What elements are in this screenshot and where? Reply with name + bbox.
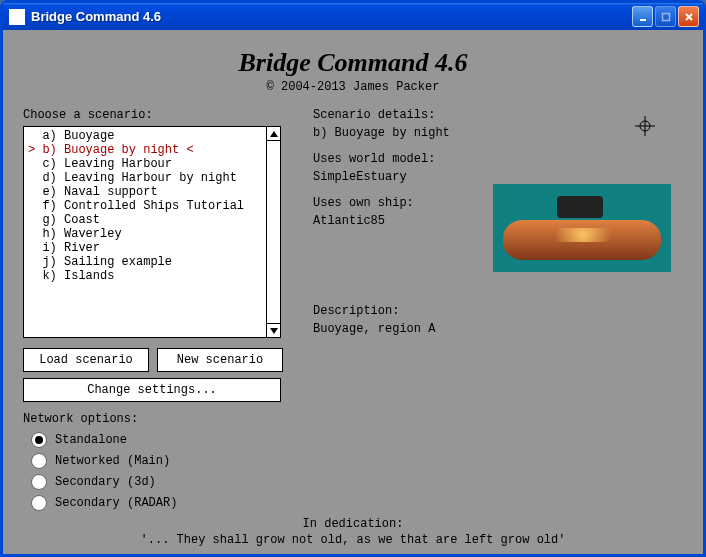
svg-rect-1 — [662, 13, 669, 20]
scenario-item[interactable]: > b) Buoyage by night < — [28, 143, 262, 157]
scenario-item[interactable]: j) Sailing example — [28, 255, 262, 269]
dedication-title: In dedication: — [3, 516, 703, 532]
radio-icon[interactable] — [31, 432, 47, 448]
maximize-button[interactable] — [655, 6, 676, 27]
scenario-name-value: b) Buoyage by night — [313, 126, 683, 140]
copyright: © 2004-2013 James Packer — [23, 80, 683, 94]
network-option-label: Secondary (3d) — [55, 475, 156, 489]
network-option-label: Secondary (RADAR) — [55, 496, 177, 510]
titlebar[interactable]: Bridge Command 4.6 — [3, 3, 703, 30]
scenario-item[interactable]: e) Naval support — [28, 185, 262, 199]
radio-icon[interactable] — [31, 495, 47, 511]
scenario-item[interactable]: h) Waverley — [28, 227, 262, 241]
scenario-item[interactable]: d) Leaving Harbour by night — [28, 171, 262, 185]
scroll-up-button[interactable] — [267, 127, 280, 141]
scenario-item[interactable]: g) Coast — [28, 213, 262, 227]
network-option-label: Networked (Main) — [55, 454, 170, 468]
scenario-item[interactable]: f) Controlled Ships Tutorial — [28, 199, 262, 213]
app-title: Bridge Command 4.6 — [23, 48, 683, 78]
scrollbar[interactable] — [266, 127, 280, 337]
svg-marker-4 — [270, 131, 278, 137]
world-model-label: Uses world model: — [313, 152, 683, 166]
network-option[interactable]: Secondary (3d) — [31, 472, 283, 491]
scenario-item[interactable]: c) Leaving Harbour — [28, 157, 262, 171]
ship-preview-image — [493, 184, 671, 272]
radio-icon[interactable] — [31, 474, 47, 490]
world-model-value: SimpleEstuary — [313, 170, 683, 184]
client-area: Bridge Command 4.6 © 2004-2013 James Pac… — [3, 30, 703, 554]
new-scenario-button[interactable]: New scenario — [157, 348, 283, 372]
close-button[interactable] — [678, 6, 699, 27]
load-scenario-button[interactable]: Load scenario — [23, 348, 149, 372]
scenario-item[interactable]: i) River — [28, 241, 262, 255]
network-option[interactable]: Standalone — [31, 430, 283, 449]
svg-marker-5 — [270, 328, 278, 334]
dedication-quote: '... They shall grow not old, as we that… — [3, 532, 703, 548]
scenario-item[interactable]: k) Islands — [28, 269, 262, 283]
app-window: Bridge Command 4.6 Bridge Command 4.6 © … — [0, 0, 706, 557]
scenario-details-label: Scenario details: — [313, 108, 683, 122]
network-options-label: Network options: — [23, 412, 283, 426]
window-title: Bridge Command 4.6 — [31, 9, 632, 24]
crosshair-icon — [635, 116, 655, 136]
description-value: Buoyage, region A — [313, 322, 683, 336]
app-icon — [9, 9, 25, 25]
network-option[interactable]: Secondary (RADAR) — [31, 493, 283, 512]
network-option-label: Standalone — [55, 433, 127, 447]
description-label: Description: — [313, 304, 683, 318]
network-option[interactable]: Networked (Main) — [31, 451, 283, 470]
scenario-item[interactable]: a) Buoyage — [28, 129, 262, 143]
scenario-listbox[interactable]: a) Buoyage> b) Buoyage by night < c) Lea… — [23, 126, 281, 338]
minimize-button[interactable] — [632, 6, 653, 27]
dedication: In dedication: '... They shall grow not … — [3, 516, 703, 548]
scroll-track[interactable] — [267, 141, 280, 323]
scroll-down-button[interactable] — [267, 323, 280, 337]
change-settings-button[interactable]: Change settings... — [23, 378, 281, 402]
choose-scenario-label: Choose a scenario: — [23, 108, 283, 122]
radio-icon[interactable] — [31, 453, 47, 469]
